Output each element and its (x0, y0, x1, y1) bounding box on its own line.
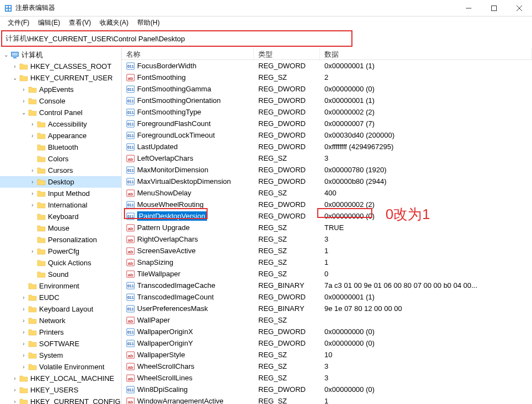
chevron-right-icon[interactable]: › (11, 386, 19, 394)
tree-console[interactable]: ›Console (0, 95, 121, 107)
chevron-right-icon[interactable]: › (20, 86, 28, 94)
list-row[interactable]: abWheelScrollCharsREG_SZ3 (122, 361, 532, 372)
tree-volatileenv[interactable]: ›Volatile Environment (0, 361, 121, 373)
chevron-right-icon[interactable]: › (29, 190, 36, 198)
menu-view[interactable]: 查看(V) (64, 17, 95, 29)
tree-personalization[interactable]: Personalization (0, 234, 121, 245)
tree-environment[interactable]: Environment (0, 280, 121, 292)
list-row[interactable]: abWallpaperStyleREG_SZ10 (122, 349, 532, 361)
chevron-right-icon[interactable]: › (20, 294, 28, 302)
list-row[interactable]: abTileWallpaperREG_SZ0 (122, 268, 532, 280)
folder-icon (37, 132, 46, 139)
tree-bluetooth[interactable]: Bluetooth (0, 141, 121, 153)
list-row[interactable]: 011FocusBorderWidthREG_DWORD0x00000001 (… (122, 60, 532, 72)
chevron-right-icon[interactable]: › (20, 305, 28, 313)
list-row[interactable]: abLeftOverlapCharsREG_SZ3 (122, 152, 532, 164)
tree-appearance[interactable]: ›Appearance (0, 130, 121, 141)
maximize-button[interactable] (481, 0, 507, 17)
chevron-right-icon[interactable]: › (29, 248, 36, 255)
tree-system[interactable]: ›System (0, 350, 121, 361)
tree-software[interactable]: ›SOFTWARE (0, 338, 121, 350)
chevron-right-icon[interactable]: › (20, 352, 28, 359)
chevron-right-icon[interactable]: › (20, 340, 28, 348)
tree-hkcr[interactable]: ›HKEY_CLASSES_ROOT (0, 61, 121, 72)
tree-hku[interactable]: ›HKEY_USERS (0, 384, 121, 396)
tree-powercfg[interactable]: ›PowerCfg (0, 245, 121, 257)
list-row[interactable]: 011MaxMonitorDimensionREG_DWORD0x0000078… (122, 164, 532, 176)
tree-keyboard[interactable]: Keyboard (0, 211, 121, 222)
tree-hkcc[interactable]: ›HKEY_CURRENT_CONFIG (0, 396, 121, 404)
address-label: 计算机 (6, 34, 27, 43)
chevron-right-icon[interactable]: › (29, 167, 36, 174)
chevron-right-icon[interactable]: › (29, 121, 36, 128)
tree-printers[interactable]: ›Printers (0, 326, 121, 338)
chevron-right-icon[interactable]: › (11, 398, 19, 405)
menu-favorites[interactable]: 收藏夹(A) (95, 17, 133, 29)
list-row[interactable]: abWheelScrollLinesREG_SZ3 (122, 372, 532, 384)
tree-colors[interactable]: Colors (0, 153, 121, 165)
chevron-right-icon[interactable]: › (29, 178, 36, 186)
col-type[interactable]: 类型 (254, 48, 320, 59)
list-row[interactable]: 011ForegroundFlashCountREG_DWORD0x000000… (122, 118, 532, 129)
list-row[interactable]: 011Win8DpiScalingREG_DWORD0x00000000 (0) (122, 384, 532, 395)
tree-keyboardlayout[interactable]: ›Keyboard Layout (0, 303, 121, 315)
tree-mouse[interactable]: Mouse (0, 222, 121, 234)
list-row[interactable]: 011LastUpdatedREG_DWORD0xffffffff (42949… (122, 141, 532, 152)
tree-sound[interactable]: Sound (0, 269, 121, 280)
list-row[interactable]: abSnapSizingREG_SZ1 (122, 256, 532, 268)
values-list[interactable]: 名称 类型 数据 011FocusBorderWidthREG_DWORD0x0… (122, 48, 532, 404)
list-row[interactable]: 011TranscodedImageCountREG_DWORD0x000000… (122, 291, 532, 303)
list-row[interactable]: 011UserPreferencesMaskREG_BINARY9e 1e 07… (122, 303, 532, 314)
list-row[interactable]: 011MaxVirtualDesktopDimensionREG_DWORD0x… (122, 176, 532, 187)
minimize-button[interactable] (456, 0, 481, 17)
list-row[interactable]: abPattern UpgradeREG_SZTRUE (122, 222, 532, 233)
chevron-right-icon[interactable]: › (20, 329, 28, 336)
close-button[interactable] (507, 0, 532, 17)
list-row[interactable]: 011WallpaperOriginXREG_DWORD0x00000000 (… (122, 326, 532, 337)
list-row[interactable]: abWallPaperREG_SZ (122, 314, 532, 326)
list-row[interactable]: 011FontSmoothingGammaREG_DWORD0x00000000… (122, 83, 532, 95)
chevron-right-icon[interactable]: › (11, 375, 19, 383)
tree-appevents[interactable]: ›AppEvents (0, 84, 121, 95)
tree-hklm[interactable]: ›HKEY_LOCAL_MACHINE (0, 373, 121, 384)
address-bar[interactable]: 计算机\HKEY_CURRENT_USER\Control Panel\Desk… (6, 34, 348, 43)
chevron-right-icon[interactable]: › (29, 132, 36, 140)
list-row[interactable]: 011TranscodedImageCacheREG_BINARY7a c3 0… (122, 280, 532, 291)
tree-inputmethod[interactable]: ›Input Method (0, 188, 121, 199)
chevron-down-icon[interactable]: ⌄ (11, 74, 19, 82)
chevron-right-icon[interactable]: › (20, 363, 28, 371)
list-row[interactable]: abMenuShowDelayREG_SZ400 (122, 187, 532, 199)
col-data[interactable]: 数据 (320, 48, 532, 59)
chevron-right-icon[interactable]: › (20, 97, 28, 105)
menu-edit[interactable]: 编辑(E) (34, 17, 64, 29)
tree-accessibility[interactable]: ›Accessibility (0, 118, 121, 130)
tree-root[interactable]: ⌄计算机 (0, 49, 121, 61)
list-row[interactable]: abWindowArrangementActiveREG_SZ1 (122, 395, 532, 404)
tree-controlpanel[interactable]: ⌄Control Panel (0, 107, 121, 118)
menu-file[interactable]: 文件(F) (3, 17, 34, 29)
list-row[interactable]: 011FontSmoothingTypeREG_DWORD0x00000002 … (122, 106, 532, 118)
tree-quickactions[interactable]: Quick Actions (0, 257, 121, 269)
tree-international[interactable]: ›International (0, 199, 121, 211)
col-name[interactable]: 名称 (122, 48, 254, 59)
tree-hkcu[interactable]: ⌄HKEY_CURRENT_USER (0, 72, 121, 84)
tree-eudc[interactable]: ›EUDC (0, 292, 121, 303)
list-row[interactable]: 011MouseWheelRoutingREG_DWORD0x00000002 … (122, 199, 532, 210)
tree-network[interactable]: ›Network (0, 315, 121, 326)
list-row[interactable]: 011FontSmoothingOrientationREG_DWORD0x00… (122, 95, 532, 106)
tree-cursors[interactable]: ›Cursors (0, 165, 121, 176)
chevron-right-icon[interactable]: › (29, 201, 36, 209)
tree-desktop[interactable]: ›Desktop (0, 176, 121, 188)
menu-help[interactable]: 帮助(H) (133, 17, 164, 29)
list-row[interactable]: abScreenSaveActiveREG_SZ1 (122, 245, 532, 256)
list-row[interactable]: 011PaintDesktopVersionREG_DWORD0x0000000… (122, 210, 532, 222)
list-row[interactable]: abRightOverlapCharsREG_SZ3 (122, 233, 532, 245)
list-row[interactable]: 011ForegroundLockTimeoutREG_DWORD0x00030… (122, 129, 532, 141)
chevron-down-icon[interactable]: ⌄ (2, 51, 10, 59)
tree-view[interactable]: ⌄计算机 ›HKEY_CLASSES_ROOT ⌄HKEY_CURRENT_US… (0, 48, 122, 404)
list-row[interactable]: abFontSmoothingREG_SZ2 (122, 72, 532, 83)
list-row[interactable]: 011WallpaperOriginYREG_DWORD0x00000000 (… (122, 337, 532, 349)
chevron-right-icon[interactable]: › (11, 63, 19, 70)
chevron-right-icon[interactable]: › (20, 317, 28, 325)
chevron-down-icon[interactable]: ⌄ (20, 109, 28, 117)
